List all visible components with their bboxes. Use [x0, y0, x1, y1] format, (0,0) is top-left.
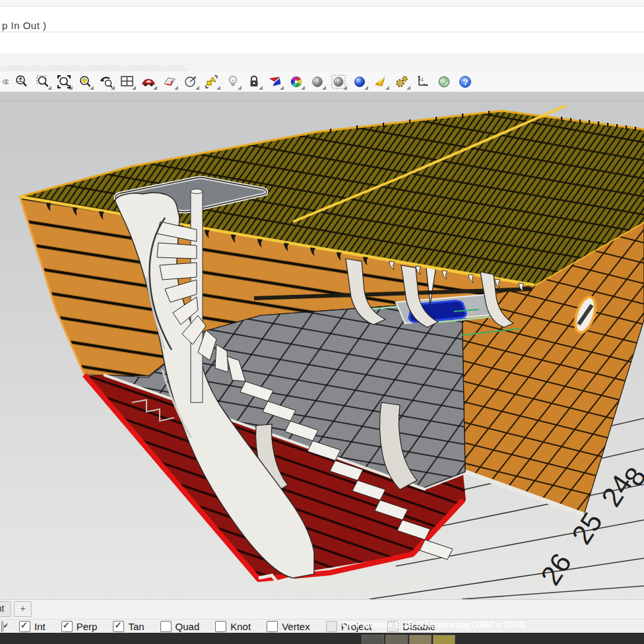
- zoom-selected-icon[interactable]: [77, 73, 93, 90]
- help-icon[interactable]: ?: [457, 73, 473, 90]
- orbit-icon[interactable]: [0, 73, 9, 90]
- osnap-label: Tan: [128, 621, 144, 632]
- dimension-icon[interactable]: 1: [414, 73, 431, 90]
- viewport-layout-icon[interactable]: [119, 73, 135, 90]
- frame-number: 26: [534, 548, 577, 591]
- osnap-toggle[interactable]: Perp: [61, 621, 98, 632]
- add-viewport-tab-button[interactable]: +: [14, 601, 31, 617]
- osnap-toggle[interactable]: Knot: [215, 621, 251, 632]
- rendered-view-icon[interactable]: [351, 73, 368, 90]
- color-wheel-icon[interactable]: [288, 73, 304, 90]
- command-options-line: p In Out ): [0, 7, 644, 31]
- osnap-toggle[interactable]: Quad: [160, 621, 200, 632]
- viewport-tab-bar: ght +: [0, 599, 644, 619]
- checkbox[interactable]: [267, 621, 278, 632]
- undo-view-icon[interactable]: [98, 73, 114, 90]
- checkbox[interactable]: [326, 621, 337, 632]
- svg-text:?: ?: [463, 77, 468, 87]
- named-cplane-icon[interactable]: [203, 73, 220, 90]
- osnap-toggle[interactable]: Vertex: [267, 621, 310, 632]
- osnap-label: Vertex: [282, 621, 310, 632]
- osnap-label: Quad: [176, 621, 200, 632]
- ghosted-view-icon[interactable]: [330, 73, 346, 90]
- render-plugin-icon[interactable]: [267, 73, 283, 90]
- osnap-label: Knot: [230, 621, 251, 632]
- thumbnail[interactable]: [433, 635, 455, 644]
- osnap-toggle[interactable]: Tan: [113, 621, 144, 632]
- viewport-canvas[interactable]: 26 25 24 8: [0, 92, 644, 599]
- cplane-icon[interactable]: [161, 73, 177, 90]
- earth-icon[interactable]: [435, 73, 452, 90]
- toolbar: 1 ?: [0, 71, 644, 92]
- osnap-toggle[interactable]: Int: [19, 621, 46, 632]
- bottom-strip: [0, 633, 644, 644]
- thumbnail[interactable]: [409, 635, 432, 644]
- checkbox[interactable]: [160, 621, 172, 632]
- svg-text:1: 1: [421, 77, 424, 82]
- osnap-label: Int: [34, 621, 46, 632]
- named-view-icon[interactable]: [140, 73, 156, 90]
- image-watermark: OPV Module E 3D Structure.jpg (1897 x 10…: [342, 620, 525, 629]
- zoom-extents-icon[interactable]: [55, 73, 72, 90]
- checkbox[interactable]: [61, 621, 73, 632]
- render-icon[interactable]: [372, 73, 389, 90]
- thumbnail[interactable]: [362, 635, 384, 644]
- viewport-3d-scene: 26 25 24 8: [0, 92, 644, 599]
- frame-number: 25: [565, 507, 608, 550]
- checkbox[interactable]: [19, 621, 30, 632]
- shaded-view-icon[interactable]: [309, 73, 325, 90]
- checkbox[interactable]: [215, 621, 226, 632]
- checkbox[interactable]: [1, 621, 3, 632]
- layer-state-lightbulb-icon[interactable]: [224, 73, 241, 90]
- menu-bar: [0, 0, 644, 7]
- toolbar-tab-bar: [0, 53, 644, 71]
- osnap-toggle[interactable]: [1, 621, 7, 632]
- command-divider: [0, 32, 644, 32]
- command-area[interactable]: p In Out ): [0, 7, 644, 53]
- toolbar-tab[interactable]: [158, 65, 190, 71]
- zoom-dynamic-icon[interactable]: [13, 73, 30, 90]
- osnap-bar: Int Perp Tan Quad Knot Vertex Project Di…: [0, 619, 644, 633]
- osnap-label: Perp: [77, 621, 98, 632]
- thumbnail[interactable]: [385, 635, 408, 644]
- checkbox[interactable]: [113, 621, 124, 632]
- options-gears-icon[interactable]: [393, 73, 410, 90]
- set-view-icon[interactable]: [182, 73, 199, 90]
- viewport-tab-right[interactable]: ght: [0, 601, 11, 617]
- lock-icon[interactable]: [245, 73, 262, 90]
- zoom-window-icon[interactable]: [34, 73, 51, 90]
